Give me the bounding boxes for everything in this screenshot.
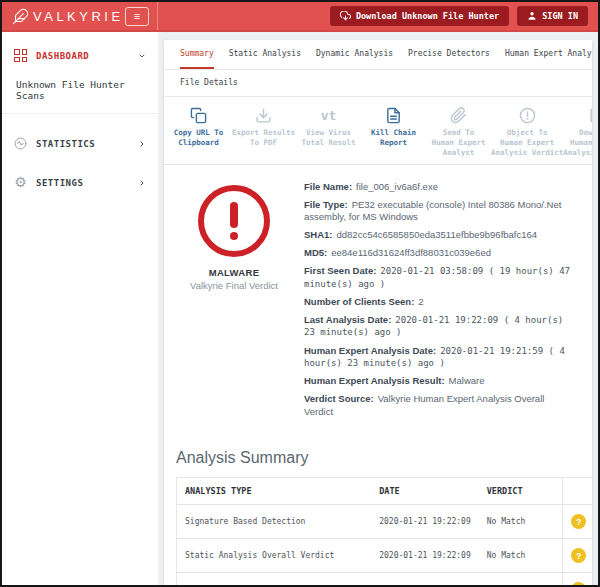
detail-row: Human Expert Analysis Date:2020-01-21 19… bbox=[304, 345, 576, 370]
question-status-icon[interactable]: ? bbox=[571, 548, 586, 563]
detail-row: File Type:PE32 executable (console) Inte… bbox=[304, 199, 576, 224]
tool-label-line: Total Result bbox=[296, 138, 361, 148]
detail-row: Number of Clients Seen:2 bbox=[304, 296, 576, 308]
sidebar: DASHBOARD Unknown File Hunter Scans STAT… bbox=[2, 32, 158, 585]
header-brand-area: VALKYRIE ≡ bbox=[2, 2, 158, 30]
tool-label-line: Kill Chain bbox=[361, 128, 426, 138]
statistics-activity-icon bbox=[14, 137, 27, 150]
cell-analysis-type: Static Analysis Overall Verdict bbox=[177, 539, 372, 573]
export-results-to-pdf-button[interactable]: Export Results To PDF bbox=[231, 105, 296, 157]
table-row[interactable]: Static Analysis Overall Verdict 2020-01-… bbox=[177, 539, 593, 573]
detail-label: First Seen Date: bbox=[304, 265, 376, 276]
detail-value: Malware bbox=[449, 375, 485, 386]
download-box-icon bbox=[563, 105, 592, 125]
tab-precise-detectors[interactable]: Precise Detectors bbox=[408, 40, 490, 69]
top-header: VALKYRIE ≡ Download Unknown File Hunter … bbox=[2, 2, 598, 32]
detail-label: SHA1: bbox=[304, 229, 333, 240]
brand-name: VALKYRIE bbox=[33, 9, 124, 24]
detail-label: MD5: bbox=[304, 247, 327, 258]
copy-icon bbox=[166, 105, 231, 125]
tool-label-line: Report bbox=[361, 138, 426, 148]
detail-row: Human Expert Analysis Result:Malware bbox=[304, 375, 576, 387]
tab-static-analysis[interactable]: Static Analysis bbox=[229, 40, 301, 69]
detail-row: Last Analysis Date:2020-01-21 19:22:09 (… bbox=[304, 314, 576, 339]
secondary-tabs: File Details bbox=[164, 70, 592, 97]
app-window: VALKYRIE ≡ Download Unknown File Hunter … bbox=[0, 0, 600, 587]
cell-date: 2020-01-21 19:22:09 bbox=[371, 573, 479, 585]
user-icon bbox=[527, 11, 537, 21]
tool-label-line: Object To bbox=[491, 128, 563, 138]
question-status-icon[interactable]: ? bbox=[571, 582, 586, 585]
tool-label-line: Download bbox=[563, 128, 592, 138]
sign-in-label: SIGN IN bbox=[542, 11, 578, 21]
kill-chain-report-button[interactable]: Kill Chain Report bbox=[361, 105, 426, 157]
detail-label: File Type: bbox=[304, 199, 348, 210]
download-tray-icon bbox=[231, 105, 296, 125]
tab-summary[interactable]: Summary bbox=[180, 40, 214, 69]
tool-label-line: Clipboard bbox=[166, 138, 231, 148]
detail-label: Human Expert Analysis Date: bbox=[304, 345, 436, 356]
chevron-right-icon bbox=[138, 140, 146, 148]
brand[interactable]: VALKYRIE bbox=[12, 8, 124, 25]
tab-dynamic-analysis[interactable]: Dynamic Analysis bbox=[316, 40, 393, 69]
download-human-expert-analysis-report-button[interactable]: Download Human Expert Analysis Report bbox=[563, 105, 592, 157]
main-content: Summary Static Analysis Dynamic Analysis… bbox=[158, 32, 598, 585]
tool-label-line: Copy URL To bbox=[166, 128, 231, 138]
tool-label-line: Human Expert bbox=[563, 138, 592, 148]
tab-file-details[interactable]: File Details bbox=[180, 70, 238, 96]
cloud-download-icon bbox=[340, 11, 351, 22]
sidebar-item-settings[interactable]: ⚙ SETTINGS bbox=[2, 167, 158, 198]
view-virus-total-result-button[interactable]: vt View Virus Total Result bbox=[296, 105, 361, 157]
download-button-label: Download Unknown File Hunter bbox=[356, 11, 499, 21]
detail-row: First Seen Date:2020-01-21 03:58:09 ( 19… bbox=[304, 265, 576, 290]
send-to-human-expert-analyst-button[interactable]: Send To Human Expert Analyst bbox=[426, 105, 491, 157]
table-row[interactable]: Precise Detectors Overall Verdict 2020-0… bbox=[177, 573, 593, 585]
virustotal-icon: vt bbox=[296, 105, 361, 125]
gear-icon: ⚙ bbox=[14, 176, 27, 189]
statistics-label: STATISTICS bbox=[36, 139, 95, 149]
valkyrie-feather-logo-icon bbox=[12, 8, 29, 25]
verdict-section: MALWARE Valkyrie Final Verdict File Name… bbox=[164, 165, 592, 433]
tool-label-line: Analyst bbox=[426, 148, 491, 158]
cell-date: 2020-01-21 19:22:09 bbox=[371, 505, 479, 539]
detail-label: Human Expert Analysis Result: bbox=[304, 375, 445, 386]
download-unknown-file-hunter-button[interactable]: Download Unknown File Hunter bbox=[330, 6, 509, 26]
tool-label-line: View Virus bbox=[296, 128, 361, 138]
analysis-summary-section: Analysis Summary ANALYSIS TYPE DATE VERD… bbox=[164, 433, 592, 585]
cell-analysis-type: Precise Detectors Overall Verdict bbox=[177, 573, 372, 585]
file-details-block: File Name:file_006_iv6a6f.exe File Type:… bbox=[294, 181, 582, 423]
detail-row: File Name:file_006_iv6a6f.exe bbox=[304, 181, 576, 193]
sign-in-button[interactable]: SIGN IN bbox=[517, 6, 588, 26]
detail-value: file_006_iv6a6f.exe bbox=[356, 181, 438, 192]
tool-label-line: Send To bbox=[426, 128, 491, 138]
chevron-down-icon bbox=[138, 52, 146, 60]
sidebar-item-unknown-file-hunter-scans[interactable]: Unknown File Hunter Scans bbox=[2, 71, 158, 114]
table-row[interactable]: Signature Based Detection 2020-01-21 19:… bbox=[177, 505, 593, 539]
dashboard-label: DASHBOARD bbox=[36, 51, 89, 61]
detail-value: ee84e116d31624ff3df88031c039e6ed bbox=[331, 247, 491, 258]
detail-label: Number of Clients Seen: bbox=[304, 296, 414, 307]
copy-url-to-clipboard-button[interactable]: Copy URL To Clipboard bbox=[166, 105, 231, 157]
detail-label: Last Analysis Date: bbox=[304, 314, 391, 325]
tab-human-expert-analysis[interactable]: Human Expert Analysis bbox=[505, 40, 592, 69]
paperclip-icon bbox=[426, 105, 491, 125]
detail-label: File Name: bbox=[304, 181, 352, 192]
tool-label-line: Human Expert bbox=[491, 138, 563, 148]
col-verdict: VERDICT bbox=[479, 478, 563, 505]
object-to-verdict-button[interactable]: Object To Human Expert Analysis Verdict bbox=[491, 105, 563, 157]
cell-analysis-type: Signature Based Detection bbox=[177, 505, 372, 539]
table-header-row: ANALYSIS TYPE DATE VERDICT bbox=[177, 478, 593, 505]
hamburger-menu-button[interactable]: ≡ bbox=[125, 7, 149, 26]
sidebar-item-dashboard[interactable]: DASHBOARD bbox=[2, 40, 158, 71]
question-status-icon[interactable]: ? bbox=[571, 514, 586, 529]
content-card: Summary Static Analysis Dynamic Analysis… bbox=[164, 40, 592, 585]
dashboard-grid-icon bbox=[14, 49, 27, 62]
tool-label-line: Human Expert bbox=[426, 138, 491, 148]
verdict-sublabel: Valkyrie Final Verdict bbox=[174, 280, 294, 291]
col-analysis-type: ANALYSIS TYPE bbox=[177, 478, 372, 505]
chevron-right-icon bbox=[138, 179, 146, 187]
detail-label: Verdict Source: bbox=[304, 393, 374, 404]
detail-value: 2 bbox=[418, 296, 423, 307]
sidebar-item-statistics[interactable]: STATISTICS bbox=[2, 128, 158, 159]
analysis-tabs: Summary Static Analysis Dynamic Analysis… bbox=[164, 40, 592, 70]
